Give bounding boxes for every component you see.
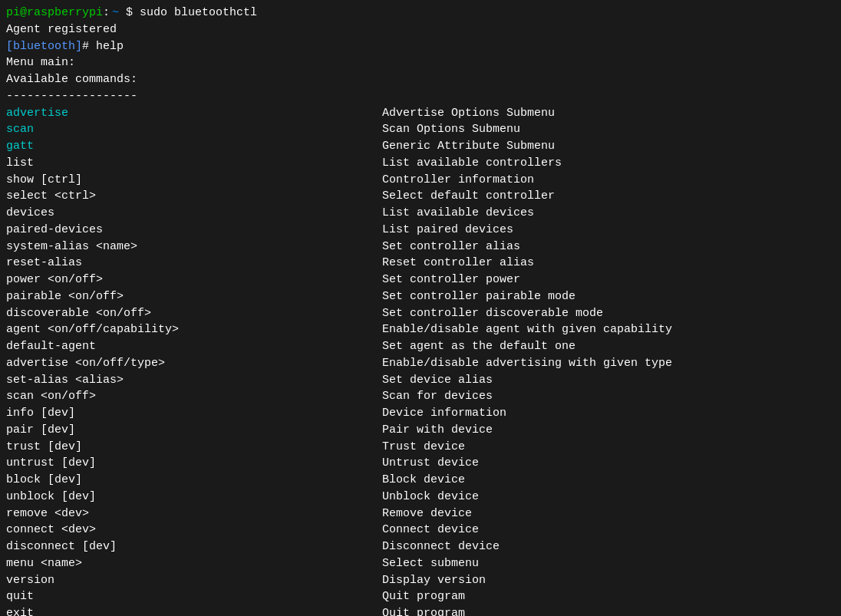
bluetooth-help-prompt: [bluetooth]# help bbox=[6, 38, 835, 55]
cmd-remove: remove <dev>Remove device bbox=[6, 506, 835, 522]
cmd-set-alias: set-alias <alias>Set device alias bbox=[6, 372, 835, 389]
cmd-disconnect: disconnect [dev]Disconnect device bbox=[6, 539, 835, 555]
cmd-scan-onoff: scan <on/off>Scan for devices bbox=[6, 388, 835, 405]
cmd-trust: trust [dev]Trust device bbox=[6, 439, 835, 456]
cmd-unblock: unblock [dev]Unblock device bbox=[6, 489, 835, 506]
prompt-user: pi@raspberrypi bbox=[6, 5, 103, 21]
cmd-pair: pair [dev]Pair with device bbox=[6, 422, 835, 439]
cmd-select: select <ctrl>Select default controller bbox=[6, 188, 835, 205]
cmd-paired-devices: paired-devicesList paired devices bbox=[6, 222, 835, 239]
cmd-quit: quitQuit program bbox=[6, 588, 835, 605]
cmd-discoverable: discoverable <on/off>Set controller disc… bbox=[6, 305, 835, 322]
cmd-advertise: advertiseAdvertise Options Submenu bbox=[6, 105, 835, 122]
cmd-untrust: untrust [dev]Untrust device bbox=[6, 455, 835, 472]
available-commands: Available commands: bbox=[6, 71, 835, 88]
cmd-info: info [dev]Device information bbox=[6, 405, 835, 422]
cmd-reset-alias: reset-aliasReset controller alias bbox=[6, 255, 835, 272]
prompt-line: pi@raspberrypi: ~ $ sudo bluetoothctl bbox=[6, 5, 835, 21]
cmd-block: block [dev]Block device bbox=[6, 472, 835, 489]
cmd-advertise-type: advertise <on/off/type>Enable/disable ad… bbox=[6, 355, 835, 372]
menu-main: Menu main: bbox=[6, 54, 835, 71]
cmd-connect: connect <dev>Connect device bbox=[6, 522, 835, 539]
cmd-exit: exitQuit program bbox=[6, 605, 835, 616]
agent-registered: Agent registered bbox=[6, 21, 835, 38]
cmd-scan: scanScan Options Submenu bbox=[6, 121, 835, 138]
cmd-pairable: pairable <on/off>Set controller pairable… bbox=[6, 288, 835, 305]
cmd-version: versionDisplay version bbox=[6, 572, 835, 589]
cmd-menu: menu <name>Select submenu bbox=[6, 555, 835, 572]
separator: ------------------- bbox=[6, 88, 835, 105]
cmd-agent: agent <on/off/capability>Enable/disable … bbox=[6, 321, 835, 338]
cmd-default-agent: default-agentSet agent as the default on… bbox=[6, 338, 835, 355]
cmd-devices: devicesList available devices bbox=[6, 205, 835, 222]
cmd-show: show [ctrl]Controller information bbox=[6, 172, 835, 189]
cmd-gatt: gattGeneric Attribute Submenu bbox=[6, 138, 835, 155]
cmd-system-alias: system-alias <name>Set controller alias bbox=[6, 239, 835, 255]
terminal: pi@raspberrypi: ~ $ sudo bluetoothctl Ag… bbox=[0, 0, 841, 616]
cmd-list: listList available controllers bbox=[6, 155, 835, 172]
cmd-power: power <on/off>Set controller power bbox=[6, 272, 835, 288]
